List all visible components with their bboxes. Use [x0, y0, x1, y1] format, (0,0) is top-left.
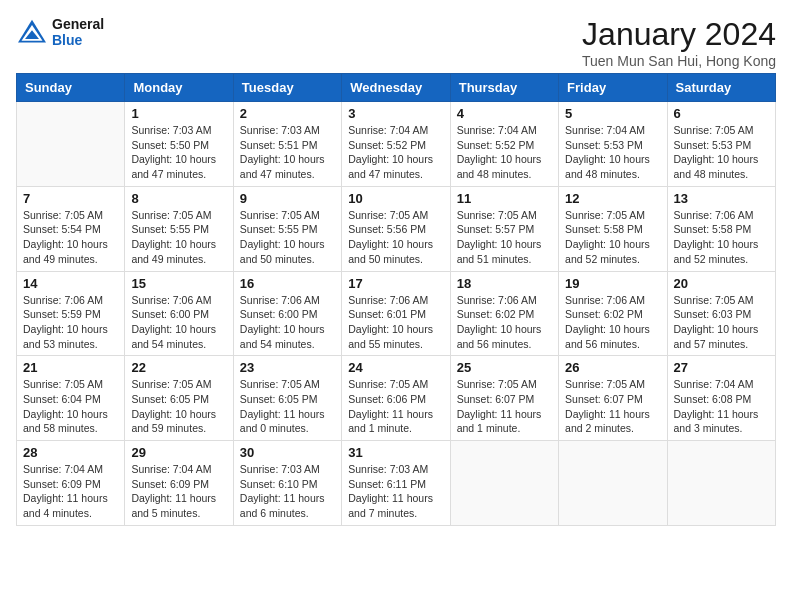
calendar-cell: 9Sunrise: 7:05 AM Sunset: 5:55 PM Daylig… [233, 186, 341, 271]
calendar-cell: 8Sunrise: 7:05 AM Sunset: 5:55 PM Daylig… [125, 186, 233, 271]
day-number: 24 [348, 360, 443, 375]
day-number: 8 [131, 191, 226, 206]
weekday-header-cell: Friday [559, 74, 667, 102]
day-info: Sunrise: 7:05 AM Sunset: 5:53 PM Dayligh… [674, 123, 769, 182]
day-info: Sunrise: 7:05 AM Sunset: 6:07 PM Dayligh… [457, 377, 552, 436]
day-info: Sunrise: 7:05 AM Sunset: 5:57 PM Dayligh… [457, 208, 552, 267]
day-number: 22 [131, 360, 226, 375]
day-number: 17 [348, 276, 443, 291]
logo-text: General Blue [52, 16, 104, 48]
calendar-cell: 29Sunrise: 7:04 AM Sunset: 6:09 PM Dayli… [125, 441, 233, 526]
day-number: 16 [240, 276, 335, 291]
day-number: 28 [23, 445, 118, 460]
calendar-cell: 7Sunrise: 7:05 AM Sunset: 5:54 PM Daylig… [17, 186, 125, 271]
day-info: Sunrise: 7:03 AM Sunset: 5:51 PM Dayligh… [240, 123, 335, 182]
day-number: 11 [457, 191, 552, 206]
calendar-cell: 2Sunrise: 7:03 AM Sunset: 5:51 PM Daylig… [233, 102, 341, 187]
title-block: January 2024 Tuen Mun San Hui, Hong Kong [582, 16, 776, 69]
location-title: Tuen Mun San Hui, Hong Kong [582, 53, 776, 69]
day-info: Sunrise: 7:06 AM Sunset: 6:00 PM Dayligh… [240, 293, 335, 352]
logo: General Blue [16, 16, 104, 48]
calendar-week-row: 21Sunrise: 7:05 AM Sunset: 6:04 PM Dayli… [17, 356, 776, 441]
page-header: General Blue January 2024 Tuen Mun San H… [16, 16, 776, 69]
day-number: 15 [131, 276, 226, 291]
day-info: Sunrise: 7:04 AM Sunset: 5:52 PM Dayligh… [457, 123, 552, 182]
calendar-week-row: 14Sunrise: 7:06 AM Sunset: 5:59 PM Dayli… [17, 271, 776, 356]
calendar-cell: 21Sunrise: 7:05 AM Sunset: 6:04 PM Dayli… [17, 356, 125, 441]
day-number: 23 [240, 360, 335, 375]
day-number: 29 [131, 445, 226, 460]
calendar-cell: 5Sunrise: 7:04 AM Sunset: 5:53 PM Daylig… [559, 102, 667, 187]
day-number: 20 [674, 276, 769, 291]
calendar-cell: 18Sunrise: 7:06 AM Sunset: 6:02 PM Dayli… [450, 271, 558, 356]
calendar-cell: 31Sunrise: 7:03 AM Sunset: 6:11 PM Dayli… [342, 441, 450, 526]
day-info: Sunrise: 7:04 AM Sunset: 5:52 PM Dayligh… [348, 123, 443, 182]
day-number: 26 [565, 360, 660, 375]
calendar-cell: 17Sunrise: 7:06 AM Sunset: 6:01 PM Dayli… [342, 271, 450, 356]
day-number: 12 [565, 191, 660, 206]
calendar-cell: 13Sunrise: 7:06 AM Sunset: 5:58 PM Dayli… [667, 186, 775, 271]
day-info: Sunrise: 7:05 AM Sunset: 6:05 PM Dayligh… [131, 377, 226, 436]
day-number: 31 [348, 445, 443, 460]
calendar-cell: 19Sunrise: 7:06 AM Sunset: 6:02 PM Dayli… [559, 271, 667, 356]
day-number: 10 [348, 191, 443, 206]
day-number: 14 [23, 276, 118, 291]
calendar-cell [17, 102, 125, 187]
calendar-cell: 30Sunrise: 7:03 AM Sunset: 6:10 PM Dayli… [233, 441, 341, 526]
calendar-week-row: 1Sunrise: 7:03 AM Sunset: 5:50 PM Daylig… [17, 102, 776, 187]
weekday-header-cell: Thursday [450, 74, 558, 102]
day-info: Sunrise: 7:05 AM Sunset: 5:55 PM Dayligh… [240, 208, 335, 267]
day-info: Sunrise: 7:05 AM Sunset: 6:03 PM Dayligh… [674, 293, 769, 352]
calendar-cell [559, 441, 667, 526]
weekday-header-cell: Saturday [667, 74, 775, 102]
day-number: 5 [565, 106, 660, 121]
weekday-header-cell: Sunday [17, 74, 125, 102]
day-info: Sunrise: 7:05 AM Sunset: 6:04 PM Dayligh… [23, 377, 118, 436]
calendar-cell: 14Sunrise: 7:06 AM Sunset: 5:59 PM Dayli… [17, 271, 125, 356]
day-info: Sunrise: 7:05 AM Sunset: 5:55 PM Dayligh… [131, 208, 226, 267]
calendar-cell: 20Sunrise: 7:05 AM Sunset: 6:03 PM Dayli… [667, 271, 775, 356]
day-number: 4 [457, 106, 552, 121]
day-number: 25 [457, 360, 552, 375]
calendar-cell: 4Sunrise: 7:04 AM Sunset: 5:52 PM Daylig… [450, 102, 558, 187]
calendar-cell: 22Sunrise: 7:05 AM Sunset: 6:05 PM Dayli… [125, 356, 233, 441]
day-number: 21 [23, 360, 118, 375]
weekday-header-cell: Tuesday [233, 74, 341, 102]
calendar-cell: 26Sunrise: 7:05 AM Sunset: 6:07 PM Dayli… [559, 356, 667, 441]
day-info: Sunrise: 7:05 AM Sunset: 6:05 PM Dayligh… [240, 377, 335, 436]
weekday-header-cell: Wednesday [342, 74, 450, 102]
calendar-cell [667, 441, 775, 526]
day-info: Sunrise: 7:05 AM Sunset: 6:06 PM Dayligh… [348, 377, 443, 436]
calendar-cell: 10Sunrise: 7:05 AM Sunset: 5:56 PM Dayli… [342, 186, 450, 271]
calendar-week-row: 7Sunrise: 7:05 AM Sunset: 5:54 PM Daylig… [17, 186, 776, 271]
day-number: 3 [348, 106, 443, 121]
calendar-body: 1Sunrise: 7:03 AM Sunset: 5:50 PM Daylig… [17, 102, 776, 526]
calendar-cell [450, 441, 558, 526]
day-info: Sunrise: 7:05 AM Sunset: 5:56 PM Dayligh… [348, 208, 443, 267]
day-info: Sunrise: 7:06 AM Sunset: 6:01 PM Dayligh… [348, 293, 443, 352]
day-number: 27 [674, 360, 769, 375]
calendar-cell: 1Sunrise: 7:03 AM Sunset: 5:50 PM Daylig… [125, 102, 233, 187]
day-info: Sunrise: 7:06 AM Sunset: 6:02 PM Dayligh… [457, 293, 552, 352]
day-number: 30 [240, 445, 335, 460]
day-info: Sunrise: 7:05 AM Sunset: 6:07 PM Dayligh… [565, 377, 660, 436]
day-info: Sunrise: 7:03 AM Sunset: 6:10 PM Dayligh… [240, 462, 335, 521]
logo-icon [16, 18, 48, 46]
day-info: Sunrise: 7:06 AM Sunset: 6:00 PM Dayligh… [131, 293, 226, 352]
calendar-cell: 16Sunrise: 7:06 AM Sunset: 6:00 PM Dayli… [233, 271, 341, 356]
day-info: Sunrise: 7:03 AM Sunset: 5:50 PM Dayligh… [131, 123, 226, 182]
calendar-cell: 11Sunrise: 7:05 AM Sunset: 5:57 PM Dayli… [450, 186, 558, 271]
day-info: Sunrise: 7:06 AM Sunset: 6:02 PM Dayligh… [565, 293, 660, 352]
calendar-cell: 6Sunrise: 7:05 AM Sunset: 5:53 PM Daylig… [667, 102, 775, 187]
calendar-cell: 15Sunrise: 7:06 AM Sunset: 6:00 PM Dayli… [125, 271, 233, 356]
calendar-cell: 28Sunrise: 7:04 AM Sunset: 6:09 PM Dayli… [17, 441, 125, 526]
day-info: Sunrise: 7:04 AM Sunset: 6:09 PM Dayligh… [23, 462, 118, 521]
calendar-cell: 23Sunrise: 7:05 AM Sunset: 6:05 PM Dayli… [233, 356, 341, 441]
day-info: Sunrise: 7:05 AM Sunset: 5:58 PM Dayligh… [565, 208, 660, 267]
day-number: 18 [457, 276, 552, 291]
day-number: 6 [674, 106, 769, 121]
calendar-cell: 27Sunrise: 7:04 AM Sunset: 6:08 PM Dayli… [667, 356, 775, 441]
day-number: 13 [674, 191, 769, 206]
day-number: 19 [565, 276, 660, 291]
day-info: Sunrise: 7:06 AM Sunset: 5:58 PM Dayligh… [674, 208, 769, 267]
